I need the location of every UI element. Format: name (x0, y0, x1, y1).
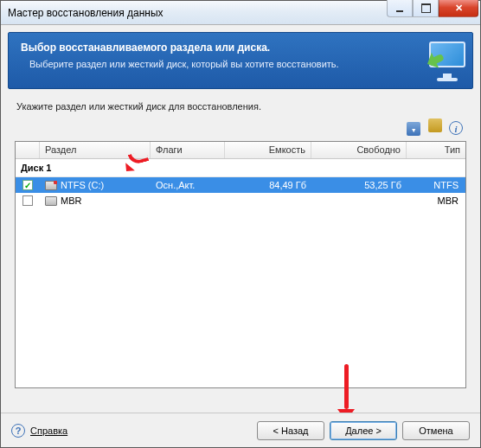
wizard-footer: ? Справка < Назад Далее > Отмена (1, 413, 480, 447)
partition-capacity: 84,49 Гб (225, 180, 311, 190)
drive-icon (45, 196, 57, 206)
window-controls (387, 0, 478, 17)
partition-flags: Осн.,Акт. (151, 180, 225, 190)
mini-toolbar (1, 118, 480, 141)
help-icon: ? (11, 424, 25, 438)
window-title: Мастер восстановления данных (1, 7, 164, 19)
disk-group[interactable]: Диск 1 (16, 159, 465, 177)
save-icon[interactable] (428, 118, 442, 132)
info-icon[interactable] (449, 121, 463, 135)
titlebar: Мастер восстановления данных (1, 1, 480, 25)
minimize-button[interactable] (387, 0, 413, 17)
next-button[interactable]: Далее > (330, 421, 397, 440)
maximize-button[interactable] (413, 0, 439, 17)
table-header: Раздел Флаги Емкость Свободно Тип (16, 142, 465, 159)
rescan-drives-icon[interactable] (407, 122, 420, 136)
close-button[interactable] (439, 0, 478, 17)
col-checkbox (16, 142, 40, 158)
table-row[interactable]: NTFS (C:) Осн.,Акт. 84,49 Гб 53,25 Гб NT… (16, 177, 465, 193)
drive-icon (45, 181, 57, 190)
partition-name: NTFS (C:) (61, 180, 104, 190)
banner-subtext: Выберите раздел или жесткий диск, которы… (21, 59, 460, 69)
wizard-window: Мастер восстановления данных Выбор восст… (0, 0, 481, 448)
partition-table: Раздел Флаги Емкость Свободно Тип Диск 1… (15, 141, 466, 388)
cancel-button[interactable]: Отмена (402, 421, 470, 440)
instruction-text: Укажите раздел или жесткий диск для восс… (1, 89, 480, 118)
col-type[interactable]: Тип (407, 142, 465, 158)
col-capacity[interactable]: Емкость (225, 142, 311, 158)
back-button[interactable]: < Назад (257, 421, 324, 440)
banner-heading: Выбор восстанавливаемого раздела или дис… (21, 42, 460, 54)
row-checkbox[interactable] (22, 180, 33, 190)
col-partition[interactable]: Раздел (40, 142, 151, 158)
col-flags[interactable]: Флаги (151, 142, 225, 158)
help-link[interactable]: ? Справка (11, 424, 67, 438)
help-label: Справка (30, 426, 67, 436)
partition-free: 53,25 Гб (311, 180, 407, 190)
partition-name: MBR (61, 195, 81, 206)
monitor-restore-icon (422, 40, 465, 83)
partition-type: MBR (407, 195, 465, 206)
col-free[interactable]: Свободно (311, 142, 407, 158)
row-checkbox[interactable] (22, 195, 33, 206)
table-row[interactable]: MBR MBR (16, 193, 465, 208)
partition-type: NTFS (407, 180, 465, 190)
wizard-banner: Выбор восстанавливаемого раздела или дис… (8, 32, 473, 89)
